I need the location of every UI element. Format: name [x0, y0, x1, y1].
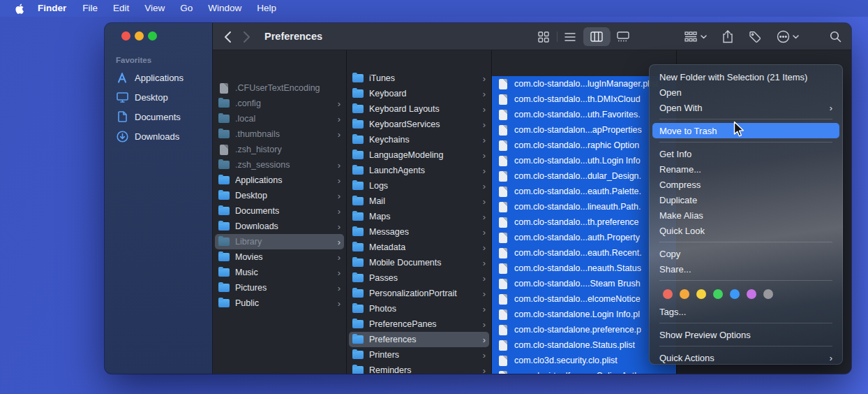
chevron-right-icon: ›: [338, 298, 342, 309]
folder-row[interactable]: Pictures›: [213, 280, 346, 296]
menubar-item-file[interactable]: File: [75, 0, 105, 17]
folder-row[interactable]: Metadata›: [347, 240, 491, 255]
tags-button[interactable]: [749, 31, 761, 43]
menu-item-quick-actions[interactable]: Quick Actions›: [652, 350, 839, 365]
forward-button[interactable]: [243, 31, 250, 43]
folder-row[interactable]: Downloads›: [213, 219, 346, 234]
share-button[interactable]: [722, 30, 733, 43]
menubar-item-edit[interactable]: Edit: [105, 0, 137, 17]
folder-row[interactable]: Documents›: [213, 203, 346, 219]
file-row[interactable]: .zsh_history: [213, 142, 346, 157]
menu-item-label: Make Alias: [659, 210, 832, 221]
menu-item-make-alias[interactable]: Make Alias: [652, 207, 839, 223]
minimize-window-button[interactable]: [135, 31, 144, 41]
sidebar-item-applications[interactable]: Applications: [109, 68, 209, 87]
column-view-button[interactable]: [583, 27, 610, 46]
close-window-button[interactable]: [121, 31, 130, 41]
tag-color-dot[interactable]: [713, 289, 723, 299]
folder-row[interactable]: Preferences›: [349, 332, 489, 347]
folder-row[interactable]: Keyboard Layouts›: [347, 101, 491, 117]
folder-row[interactable]: Keychains›: [347, 132, 491, 147]
sidebar-item-desktop[interactable]: Desktop: [109, 87, 209, 107]
sidebar-item-label: Downloads: [135, 131, 179, 142]
folder-row[interactable]: .zsh_sessions›: [213, 157, 346, 173]
search-button[interactable]: [830, 31, 841, 43]
menu-item-compress[interactable]: Compress: [652, 177, 839, 192]
menubar-item-view[interactable]: View: [137, 0, 172, 17]
tag-color-dot[interactable]: [696, 289, 706, 299]
sidebar-item-downloads[interactable]: Downloads: [109, 126, 209, 146]
menu-item-open-with[interactable]: Open With›: [652, 100, 839, 115]
folder-row[interactable]: Applications›: [213, 173, 346, 188]
folder-row[interactable]: Maps›: [347, 209, 491, 224]
menu-item-show-preview-options[interactable]: Show Preview Options: [652, 327, 839, 342]
folder-row[interactable]: Reminders›: [347, 363, 491, 374]
file-icon: [499, 187, 507, 197]
folder-row[interactable]: Messages›: [347, 224, 491, 240]
folder-row[interactable]: LanguageModeling›: [347, 147, 491, 163]
menu-item-new-folder-with-selection-21-items[interactable]: New Folder with Selection (21 Items): [652, 69, 839, 85]
folder-row[interactable]: Photos›: [347, 301, 491, 316]
menu-item-tags[interactable]: Tags...: [652, 304, 839, 319]
tag-color-dot[interactable]: [730, 289, 740, 299]
folder-row[interactable]: Library›: [215, 234, 344, 249]
icon-view-button[interactable]: [530, 27, 557, 46]
folder-row[interactable]: Music›: [213, 265, 346, 280]
menubar-item-go[interactable]: Go: [172, 0, 200, 17]
folder-row[interactable]: Public›: [213, 296, 346, 311]
tag-color-dot[interactable]: [763, 289, 773, 299]
tag-color-dot[interactable]: [680, 289, 689, 299]
menu-item-copy[interactable]: Copy: [652, 246, 839, 261]
folder-icon: [352, 351, 364, 359]
apple-menu-icon[interactable]: [8, 3, 29, 15]
tag-color-dot[interactable]: [663, 289, 673, 299]
folder-row[interactable]: .config›: [213, 96, 346, 111]
folder-icon: [352, 166, 364, 175]
folder-row[interactable]: .local›: [213, 111, 346, 126]
folder-row[interactable]: PreferencePanes›: [347, 316, 491, 332]
file-icon: [499, 294, 507, 305]
more-actions-button[interactable]: [777, 30, 799, 43]
menu-item-move-to-trash[interactable]: Move to Trash: [652, 123, 839, 138]
folder-row[interactable]: PersonalizationPortrait›: [347, 286, 491, 301]
folder-row[interactable]: Keyboard›: [347, 86, 491, 101]
documents-icon: [116, 110, 128, 123]
file-icon: [499, 217, 507, 228]
folder-row[interactable]: KeyboardServices›: [347, 117, 491, 132]
folder-row[interactable]: Mobile Documents›: [347, 255, 491, 270]
tag-color-dot[interactable]: [747, 289, 756, 299]
menubar-item-finder[interactable]: Finder: [29, 0, 75, 17]
group-by-button[interactable]: [684, 31, 707, 42]
folder-row[interactable]: Mail›: [347, 194, 491, 209]
folder-row[interactable]: Printers›: [347, 347, 491, 363]
file-row[interactable]: com.clovirtualfas...e_OnlineAuth.: [492, 368, 676, 374]
folder-row[interactable]: Passes›: [347, 270, 491, 286]
folder-row[interactable]: LaunchAgents›: [347, 163, 491, 178]
menu-item-share[interactable]: Share...: [652, 261, 839, 277]
submenu-chevron-icon: ›: [830, 353, 832, 363]
folder-row[interactable]: Desktop›: [213, 188, 346, 203]
folder-row[interactable]: .thumbnails›: [213, 126, 346, 142]
item-label: KeyboardServices: [369, 119, 477, 129]
gallery-view-button[interactable]: [610, 27, 636, 46]
menu-item-rename[interactable]: Rename...: [652, 161, 839, 177]
desktop: { "colors": { "desktop_blue": "#4059cd",…: [0, 0, 868, 394]
chevron-right-icon: ›: [483, 119, 487, 130]
menu-item-quick-look[interactable]: Quick Look: [652, 223, 839, 238]
menu-item-label: Get Info: [659, 149, 832, 159]
folder-row[interactable]: iTunes›: [347, 71, 491, 86]
sidebar-item-documents[interactable]: Documents: [109, 107, 209, 126]
back-button[interactable]: [224, 31, 232, 43]
zoom-window-button[interactable]: [148, 31, 157, 41]
item-label: Movies: [235, 252, 332, 262]
menu-item-open[interactable]: Open: [652, 85, 839, 100]
menubar-item-help[interactable]: Help: [249, 0, 284, 17]
menu-item-duplicate[interactable]: Duplicate: [652, 192, 839, 207]
list-view-button[interactable]: [557, 27, 583, 46]
folder-row[interactable]: Movies›: [213, 249, 346, 265]
file-row[interactable]: .CFUserTextEncoding: [213, 80, 346, 96]
item-label: Downloads: [235, 221, 332, 231]
menu-item-get-info[interactable]: Get Info: [652, 146, 839, 161]
folder-row[interactable]: Logs›: [347, 178, 491, 194]
menubar-item-window[interactable]: Window: [200, 0, 249, 17]
